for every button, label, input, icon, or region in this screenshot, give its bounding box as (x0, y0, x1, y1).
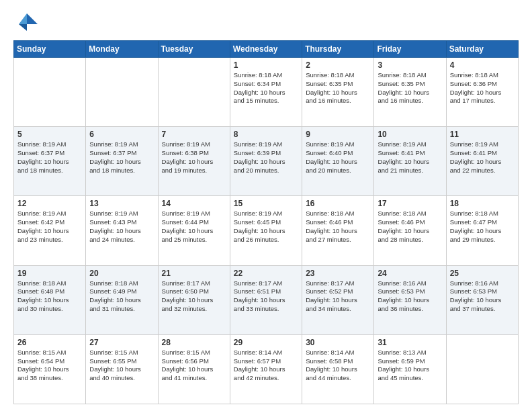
cell-info: Sunrise: 8:18 AM Sunset: 6:35 PM Dayligh… (306, 71, 370, 105)
day-number: 26 (17, 338, 82, 347)
calendar-cell: 18Sunrise: 8:18 AM Sunset: 6:47 PM Dayli… (446, 196, 518, 265)
day-number: 5 (17, 130, 82, 139)
calendar-cell: 29Sunrise: 8:14 AM Sunset: 6:57 PM Dayli… (230, 334, 302, 404)
calendar-cell: 31Sunrise: 8:13 AM Sunset: 6:59 PM Dayli… (374, 334, 446, 404)
cell-info: Sunrise: 8:16 AM Sunset: 6:53 PM Dayligh… (450, 279, 515, 314)
calendar-cell: 5Sunrise: 8:19 AM Sunset: 6:37 PM Daylig… (14, 127, 86, 196)
calendar-cell (86, 58, 158, 127)
day-number: 2 (306, 60, 370, 70)
calendar-cell: 8Sunrise: 8:19 AM Sunset: 6:39 PM Daylig… (230, 127, 302, 196)
week-row-4: 26Sunrise: 8:15 AM Sunset: 6:54 PM Dayli… (14, 334, 519, 404)
calendar-cell: 15Sunrise: 8:19 AM Sunset: 6:45 PM Dayli… (230, 196, 302, 265)
day-number: 28 (162, 338, 226, 347)
calendar-cell: 13Sunrise: 8:19 AM Sunset: 6:43 PM Dayli… (86, 196, 158, 265)
calendar-cell: 11Sunrise: 8:19 AM Sunset: 6:41 PM Dayli… (446, 127, 518, 196)
calendar-cell: 9Sunrise: 8:19 AM Sunset: 6:40 PM Daylig… (302, 127, 374, 196)
logo (13, 11, 40, 35)
svg-marker-2 (19, 24, 27, 31)
day-number: 6 (89, 130, 154, 139)
cell-info: Sunrise: 8:15 AM Sunset: 6:56 PM Dayligh… (162, 349, 226, 383)
weekday-header-saturday: Saturday (446, 41, 518, 58)
week-row-2: 12Sunrise: 8:19 AM Sunset: 6:42 PM Dayli… (14, 196, 519, 265)
calendar-cell: 12Sunrise: 8:19 AM Sunset: 6:42 PM Dayli… (14, 196, 86, 265)
calendar-cell (158, 58, 230, 127)
day-number: 29 (234, 338, 298, 347)
logo-icon (13, 11, 38, 35)
day-number: 27 (89, 338, 154, 347)
cell-info: Sunrise: 8:18 AM Sunset: 6:48 PM Dayligh… (17, 279, 82, 314)
cell-info: Sunrise: 8:17 AM Sunset: 6:50 PM Dayligh… (162, 279, 226, 314)
cell-info: Sunrise: 8:13 AM Sunset: 6:59 PM Dayligh… (378, 349, 442, 383)
cell-info: Sunrise: 8:19 AM Sunset: 6:41 PM Dayligh… (450, 140, 515, 175)
cell-info: Sunrise: 8:19 AM Sunset: 6:42 PM Dayligh… (17, 210, 82, 244)
cell-info: Sunrise: 8:15 AM Sunset: 6:55 PM Dayligh… (89, 349, 154, 383)
weekday-header-sunday: Sunday (14, 41, 86, 58)
calendar-cell: 21Sunrise: 8:17 AM Sunset: 6:50 PM Dayli… (158, 265, 230, 334)
cell-info: Sunrise: 8:18 AM Sunset: 6:34 PM Dayligh… (234, 71, 298, 105)
cell-info: Sunrise: 8:19 AM Sunset: 6:44 PM Dayligh… (162, 210, 226, 244)
day-number: 17 (378, 199, 442, 208)
calendar-cell: 22Sunrise: 8:17 AM Sunset: 6:51 PM Dayli… (230, 265, 302, 334)
week-row-3: 19Sunrise: 8:18 AM Sunset: 6:48 PM Dayli… (14, 265, 519, 334)
cell-info: Sunrise: 8:19 AM Sunset: 6:38 PM Dayligh… (162, 140, 226, 175)
cell-info: Sunrise: 8:18 AM Sunset: 6:35 PM Dayligh… (378, 71, 442, 105)
calendar-cell: 25Sunrise: 8:16 AM Sunset: 6:53 PM Dayli… (446, 265, 518, 334)
weekday-header-monday: Monday (86, 41, 158, 58)
calendar-cell: 4Sunrise: 8:18 AM Sunset: 6:36 PM Daylig… (446, 58, 518, 127)
weekday-header-friday: Friday (374, 41, 446, 58)
calendar-cell: 3Sunrise: 8:18 AM Sunset: 6:35 PM Daylig… (374, 58, 446, 127)
cell-info: Sunrise: 8:17 AM Sunset: 6:52 PM Dayligh… (306, 279, 370, 314)
cell-info: Sunrise: 8:19 AM Sunset: 6:40 PM Dayligh… (306, 140, 370, 175)
day-number: 19 (17, 269, 82, 278)
calendar-cell: 17Sunrise: 8:18 AM Sunset: 6:46 PM Dayli… (374, 196, 446, 265)
svg-marker-0 (27, 13, 38, 24)
cell-info: Sunrise: 8:17 AM Sunset: 6:51 PM Dayligh… (234, 279, 298, 314)
cell-info: Sunrise: 8:18 AM Sunset: 6:36 PM Dayligh… (450, 71, 515, 105)
cell-info: Sunrise: 8:19 AM Sunset: 6:43 PM Dayligh… (89, 210, 154, 244)
day-number: 16 (306, 199, 370, 208)
weekday-header-wednesday: Wednesday (230, 41, 302, 58)
calendar-cell: 1Sunrise: 8:18 AM Sunset: 6:34 PM Daylig… (230, 58, 302, 127)
calendar-cell: 27Sunrise: 8:15 AM Sunset: 6:55 PM Dayli… (86, 334, 158, 404)
calendar-cell: 16Sunrise: 8:18 AM Sunset: 6:46 PM Dayli… (302, 196, 374, 265)
weekday-header-row: SundayMondayTuesdayWednesdayThursdayFrid… (14, 41, 519, 58)
week-row-1: 5Sunrise: 8:19 AM Sunset: 6:37 PM Daylig… (14, 127, 519, 196)
calendar: SundayMondayTuesdayWednesdayThursdayFrid… (13, 40, 519, 404)
day-number: 23 (306, 269, 370, 278)
week-row-0: 1Sunrise: 8:18 AM Sunset: 6:34 PM Daylig… (14, 58, 519, 127)
header (13, 11, 519, 35)
day-number: 13 (89, 199, 154, 208)
day-number: 20 (89, 269, 154, 278)
calendar-cell: 2Sunrise: 8:18 AM Sunset: 6:35 PM Daylig… (302, 58, 374, 127)
calendar-cell: 19Sunrise: 8:18 AM Sunset: 6:48 PM Dayli… (14, 265, 86, 334)
cell-info: Sunrise: 8:18 AM Sunset: 6:49 PM Dayligh… (89, 279, 154, 314)
cell-info: Sunrise: 8:19 AM Sunset: 6:37 PM Dayligh… (17, 140, 82, 175)
day-number: 14 (162, 199, 226, 208)
day-number: 31 (378, 338, 442, 347)
cell-info: Sunrise: 8:19 AM Sunset: 6:45 PM Dayligh… (234, 210, 298, 244)
cell-info: Sunrise: 8:18 AM Sunset: 6:47 PM Dayligh… (450, 210, 515, 244)
calendar-cell: 6Sunrise: 8:19 AM Sunset: 6:37 PM Daylig… (86, 127, 158, 196)
cell-info: Sunrise: 8:18 AM Sunset: 6:46 PM Dayligh… (306, 210, 370, 244)
cell-info: Sunrise: 8:18 AM Sunset: 6:46 PM Dayligh… (378, 210, 442, 244)
day-number: 1 (234, 60, 298, 70)
calendar-cell: 26Sunrise: 8:15 AM Sunset: 6:54 PM Dayli… (14, 334, 86, 404)
page: SundayMondayTuesdayWednesdayThursdayFrid… (0, 0, 532, 411)
day-number: 15 (234, 199, 298, 208)
day-number: 4 (450, 60, 515, 70)
svg-marker-1 (19, 13, 27, 24)
day-number: 30 (306, 338, 370, 347)
cell-info: Sunrise: 8:14 AM Sunset: 6:57 PM Dayligh… (234, 349, 298, 383)
calendar-cell: 20Sunrise: 8:18 AM Sunset: 6:49 PM Dayli… (86, 265, 158, 334)
cell-info: Sunrise: 8:19 AM Sunset: 6:39 PM Dayligh… (234, 140, 298, 175)
day-number: 8 (234, 130, 298, 139)
day-number: 7 (162, 130, 226, 139)
day-number: 12 (17, 199, 82, 208)
day-number: 18 (450, 199, 515, 208)
day-number: 11 (450, 130, 515, 139)
day-number: 24 (378, 269, 442, 278)
weekday-header-thursday: Thursday (302, 41, 374, 58)
calendar-cell: 24Sunrise: 8:16 AM Sunset: 6:53 PM Dayli… (374, 265, 446, 334)
cell-info: Sunrise: 8:19 AM Sunset: 6:37 PM Dayligh… (89, 140, 154, 175)
day-number: 22 (234, 269, 298, 278)
